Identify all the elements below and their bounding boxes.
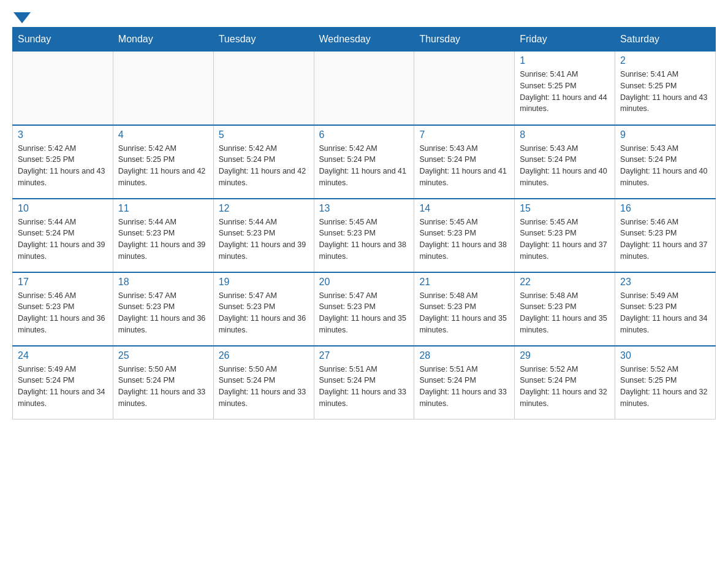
day-info: Sunrise: 5:48 AMSunset: 5:23 PMDaylight:…: [520, 290, 610, 336]
day-info: Sunrise: 5:51 AMSunset: 5:24 PMDaylight:…: [419, 364, 509, 410]
calendar-cell: 8Sunrise: 5:43 AMSunset: 5:24 PMDaylight…: [515, 125, 615, 199]
logo-triangle-icon: [13, 12, 31, 23]
day-info: Sunrise: 5:42 AMSunset: 5:24 PMDaylight:…: [319, 143, 409, 189]
calendar-cell: 16Sunrise: 5:46 AMSunset: 5:23 PMDayligh…: [615, 199, 716, 272]
calendar-cell: [213, 52, 314, 125]
calendar-table: SundayMondayTuesdayWednesdayThursdayFrid…: [12, 27, 716, 419]
day-number: 20: [319, 277, 409, 288]
weekday-header-friday: Friday: [515, 28, 615, 52]
day-number: 9: [620, 129, 710, 140]
calendar-cell: 12Sunrise: 5:44 AMSunset: 5:23 PMDayligh…: [213, 199, 314, 272]
day-number: 6: [319, 129, 409, 140]
calendar-cell: 19Sunrise: 5:47 AMSunset: 5:23 PMDayligh…: [213, 272, 314, 346]
calendar-cell: [113, 52, 213, 125]
day-info: Sunrise: 5:46 AMSunset: 5:23 PMDaylight:…: [620, 216, 710, 262]
calendar-cell: 17Sunrise: 5:46 AMSunset: 5:23 PMDayligh…: [13, 272, 113, 346]
day-info: Sunrise: 5:51 AMSunset: 5:24 PMDaylight:…: [319, 364, 409, 410]
calendar-cell: 1Sunrise: 5:41 AMSunset: 5:25 PMDaylight…: [515, 52, 615, 125]
calendar-cell: 11Sunrise: 5:44 AMSunset: 5:23 PMDayligh…: [113, 199, 213, 272]
day-number: 12: [219, 203, 309, 214]
calendar-cell: 9Sunrise: 5:43 AMSunset: 5:24 PMDaylight…: [615, 125, 716, 199]
day-number: 29: [520, 350, 610, 361]
day-info: Sunrise: 5:43 AMSunset: 5:24 PMDaylight:…: [419, 143, 509, 189]
day-number: 19: [219, 277, 309, 288]
day-number: 4: [118, 129, 208, 140]
calendar-cell: 6Sunrise: 5:42 AMSunset: 5:24 PMDaylight…: [314, 125, 414, 199]
day-number: 8: [520, 129, 610, 140]
weekday-header-tuesday: Tuesday: [213, 28, 314, 52]
day-info: Sunrise: 5:45 AMSunset: 5:23 PMDaylight:…: [319, 216, 409, 262]
day-number: 1: [520, 55, 610, 66]
calendar-cell: 27Sunrise: 5:51 AMSunset: 5:24 PMDayligh…: [314, 346, 414, 419]
day-info: Sunrise: 5:52 AMSunset: 5:25 PMDaylight:…: [620, 364, 710, 410]
calendar-cell: 13Sunrise: 5:45 AMSunset: 5:23 PMDayligh…: [314, 199, 414, 272]
day-info: Sunrise: 5:46 AMSunset: 5:23 PMDaylight:…: [18, 290, 108, 336]
day-info: Sunrise: 5:47 AMSunset: 5:23 PMDaylight:…: [319, 290, 409, 336]
day-number: 2: [620, 55, 710, 66]
day-info: Sunrise: 5:44 AMSunset: 5:23 PMDaylight:…: [118, 216, 208, 262]
day-number: 27: [319, 350, 409, 361]
calendar-cell: 25Sunrise: 5:50 AMSunset: 5:24 PMDayligh…: [113, 346, 213, 419]
day-info: Sunrise: 5:43 AMSunset: 5:24 PMDaylight:…: [620, 143, 710, 189]
weekday-header-wednesday: Wednesday: [314, 28, 414, 52]
day-info: Sunrise: 5:44 AMSunset: 5:23 PMDaylight:…: [219, 216, 309, 262]
day-info: Sunrise: 5:48 AMSunset: 5:23 PMDaylight:…: [419, 290, 509, 336]
calendar-cell: 18Sunrise: 5:47 AMSunset: 5:23 PMDayligh…: [113, 272, 213, 346]
day-number: 14: [419, 203, 509, 214]
calendar-cell: 29Sunrise: 5:52 AMSunset: 5:24 PMDayligh…: [515, 346, 615, 419]
calendar-cell: [314, 52, 414, 125]
day-info: Sunrise: 5:42 AMSunset: 5:25 PMDaylight:…: [118, 143, 208, 189]
day-info: Sunrise: 5:44 AMSunset: 5:24 PMDaylight:…: [18, 216, 108, 262]
weekday-header-monday: Monday: [113, 28, 213, 52]
calendar-week-2: 3Sunrise: 5:42 AMSunset: 5:25 PMDaylight…: [13, 125, 716, 199]
calendar-cell: 7Sunrise: 5:43 AMSunset: 5:24 PMDaylight…: [414, 125, 515, 199]
calendar-cell: 2Sunrise: 5:41 AMSunset: 5:25 PMDaylight…: [615, 52, 716, 125]
day-number: 10: [18, 203, 108, 214]
logo: [12, 12, 36, 21]
calendar-week-3: 10Sunrise: 5:44 AMSunset: 5:24 PMDayligh…: [13, 199, 716, 272]
day-number: 7: [419, 129, 509, 140]
calendar-cell: [13, 52, 113, 125]
calendar-cell: 21Sunrise: 5:48 AMSunset: 5:23 PMDayligh…: [414, 272, 515, 346]
day-number: 21: [419, 277, 509, 288]
calendar-cell: 5Sunrise: 5:42 AMSunset: 5:24 PMDaylight…: [213, 125, 314, 199]
calendar-cell: 15Sunrise: 5:45 AMSunset: 5:23 PMDayligh…: [515, 199, 615, 272]
day-number: 5: [219, 129, 309, 140]
day-info: Sunrise: 5:43 AMSunset: 5:24 PMDaylight:…: [520, 143, 610, 189]
day-info: Sunrise: 5:47 AMSunset: 5:23 PMDaylight:…: [118, 290, 208, 336]
calendar-week-5: 24Sunrise: 5:49 AMSunset: 5:24 PMDayligh…: [13, 346, 716, 419]
day-info: Sunrise: 5:50 AMSunset: 5:24 PMDaylight:…: [219, 364, 309, 410]
day-info: Sunrise: 5:42 AMSunset: 5:24 PMDaylight:…: [219, 143, 309, 189]
day-number: 30: [620, 350, 710, 361]
day-number: 23: [620, 277, 710, 288]
calendar-week-1: 1Sunrise: 5:41 AMSunset: 5:25 PMDaylight…: [13, 52, 716, 125]
day-number: 28: [419, 350, 509, 361]
day-info: Sunrise: 5:42 AMSunset: 5:25 PMDaylight:…: [18, 143, 108, 189]
day-number: 15: [520, 203, 610, 214]
page-header: [12, 12, 716, 21]
calendar-cell: 10Sunrise: 5:44 AMSunset: 5:24 PMDayligh…: [13, 199, 113, 272]
weekday-header-sunday: Sunday: [13, 28, 113, 52]
calendar-cell: 3Sunrise: 5:42 AMSunset: 5:25 PMDaylight…: [13, 125, 113, 199]
weekday-header-thursday: Thursday: [414, 28, 515, 52]
calendar-cell: 30Sunrise: 5:52 AMSunset: 5:25 PMDayligh…: [615, 346, 716, 419]
day-number: 22: [520, 277, 610, 288]
day-info: Sunrise: 5:41 AMSunset: 5:25 PMDaylight:…: [620, 69, 710, 115]
day-info: Sunrise: 5:45 AMSunset: 5:23 PMDaylight:…: [520, 216, 610, 262]
day-info: Sunrise: 5:45 AMSunset: 5:23 PMDaylight:…: [419, 216, 509, 262]
day-number: 3: [18, 129, 108, 140]
calendar-cell: 28Sunrise: 5:51 AMSunset: 5:24 PMDayligh…: [414, 346, 515, 419]
day-number: 17: [18, 277, 108, 288]
calendar-cell: 22Sunrise: 5:48 AMSunset: 5:23 PMDayligh…: [515, 272, 615, 346]
weekday-header-saturday: Saturday: [615, 28, 716, 52]
calendar-cell: 26Sunrise: 5:50 AMSunset: 5:24 PMDayligh…: [213, 346, 314, 419]
calendar-cell: 24Sunrise: 5:49 AMSunset: 5:24 PMDayligh…: [13, 346, 113, 419]
day-number: 18: [118, 277, 208, 288]
day-number: 26: [219, 350, 309, 361]
day-number: 25: [118, 350, 208, 361]
weekday-header-row: SundayMondayTuesdayWednesdayThursdayFrid…: [13, 28, 716, 52]
calendar-cell: 4Sunrise: 5:42 AMSunset: 5:25 PMDaylight…: [113, 125, 213, 199]
calendar-cell: 23Sunrise: 5:49 AMSunset: 5:23 PMDayligh…: [615, 272, 716, 346]
calendar-cell: 20Sunrise: 5:47 AMSunset: 5:23 PMDayligh…: [314, 272, 414, 346]
day-number: 13: [319, 203, 409, 214]
